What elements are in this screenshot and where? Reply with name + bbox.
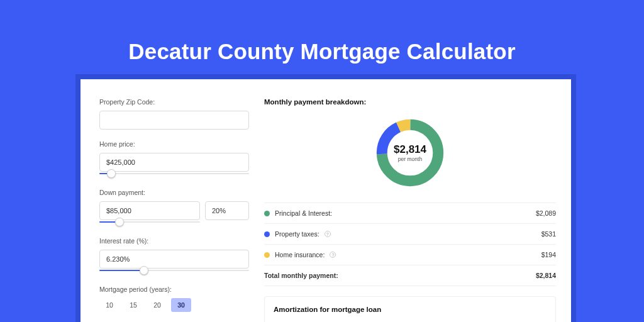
down-payment-amount-input[interactable] (99, 201, 200, 220)
page-title: Decatur County Mortgage Calculator (0, 0, 644, 64)
slider-fill (99, 270, 144, 271)
info-icon[interactable]: ? (325, 231, 331, 237)
down-payment-group: Down payment: (99, 189, 249, 226)
slider-thumb[interactable] (115, 218, 124, 226)
breakdown-total-row: Total monthly payment:$2,814 (264, 265, 556, 286)
breakdown-row: Property taxes:?$531 (264, 223, 556, 244)
donut-center: $2,814 per month (373, 116, 447, 190)
slider-thumb[interactable] (107, 169, 116, 178)
period-option-15[interactable]: 15 (123, 298, 143, 312)
breakdown-rows: Principal & Interest:$2,089Property taxe… (264, 203, 556, 286)
breakdown-title: Monthly payment breakdown: (264, 98, 556, 106)
legend-dot (264, 231, 270, 237)
breakdown-label: Property taxes: (275, 230, 319, 238)
interest-rate-label: Interest rate (%): (99, 237, 249, 245)
breakdown-value: $2,089 (536, 209, 556, 217)
breakdown-value: $531 (541, 230, 556, 238)
amortization-title: Amortization for mortgage loan (274, 306, 547, 313)
donut-chart: $2,814 per month (373, 116, 447, 190)
legend-dot (264, 211, 270, 216)
period-option-30[interactable]: 30 (171, 298, 191, 312)
down-payment-percent-input[interactable] (205, 201, 249, 220)
donut-amount: $2,814 (394, 143, 426, 156)
total-label: Total monthly payment: (264, 272, 338, 279)
slider-track (99, 173, 249, 174)
down-payment-label: Down payment: (99, 189, 249, 196)
calculator-card: Property Zip Code: Home price: Down paym… (80, 79, 571, 322)
period-label: Mortgage period (years): (99, 286, 249, 293)
zip-label: Property Zip Code: (99, 98, 249, 106)
legend-dot (264, 252, 270, 258)
breakdown-value: $194 (541, 251, 556, 258)
home-price-label: Home price: (99, 140, 249, 148)
period-group: Mortgage period (years): 10152030 (99, 286, 249, 312)
interest-rate-slider[interactable] (99, 267, 249, 275)
amortization-box: Amortization for mortgage loan Amortizat… (264, 296, 556, 322)
period-option-10[interactable]: 10 (99, 298, 119, 312)
home-price-slider[interactable] (99, 170, 249, 178)
slider-thumb[interactable] (140, 266, 148, 275)
down-payment-slider[interactable] (99, 219, 200, 226)
donut-chart-wrap: $2,814 per month (264, 112, 556, 194)
interest-rate-group: Interest rate (%): (99, 237, 249, 275)
period-option-20[interactable]: 20 (147, 298, 167, 312)
interest-rate-input[interactable] (99, 250, 249, 269)
total-value: $2,814 (536, 272, 556, 279)
breakdown-label: Home insurance: (275, 251, 325, 258)
zip-input[interactable] (99, 111, 249, 130)
home-price-input[interactable] (99, 153, 249, 172)
form-column: Property Zip Code: Home price: Down paym… (99, 98, 249, 322)
breakdown-column: Monthly payment breakdown: $2,814 per mo… (264, 98, 556, 322)
zip-group: Property Zip Code: (99, 98, 249, 130)
home-price-group: Home price: (99, 140, 249, 178)
breakdown-label: Principal & Interest: (275, 209, 332, 217)
donut-sub: per month (398, 156, 422, 162)
breakdown-row: Home insurance:?$194 (264, 244, 556, 265)
period-options: 10152030 (99, 298, 249, 312)
breakdown-row: Principal & Interest:$2,089 (264, 203, 556, 223)
info-icon[interactable]: ? (330, 252, 336, 258)
